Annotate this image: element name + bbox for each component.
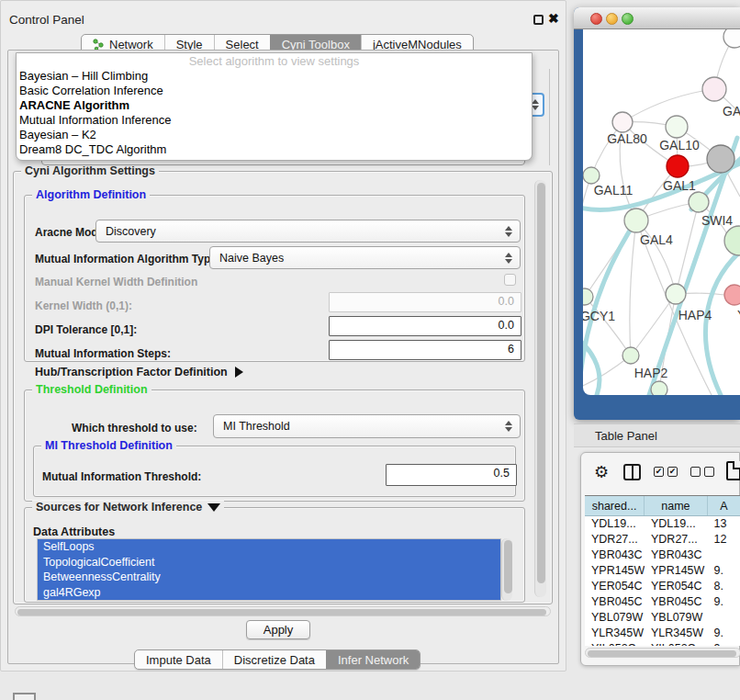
cell[interactable]: YBL079W xyxy=(585,610,645,626)
checkbox-checked-icon[interactable]: ✔ xyxy=(654,467,664,477)
cell[interactable]: YDR27... xyxy=(585,532,645,548)
algorithm-option[interactable]: Dream8 DC_TDC Algorithm xyxy=(17,142,532,157)
table-row[interactable]: YPR145WYPR145W9. xyxy=(585,563,740,579)
attributes-list-scrollbar[interactable] xyxy=(501,538,512,601)
node-gcy1[interactable] xyxy=(583,288,593,305)
hub-expander[interactable]: Hub/Transcription Factor Definition xyxy=(35,366,243,378)
page-icon[interactable] xyxy=(726,461,740,480)
cell[interactable] xyxy=(708,610,740,626)
cell[interactable]: 8. xyxy=(708,579,740,594)
node-gal10[interactable] xyxy=(666,116,688,138)
zoom-traffic-light-icon[interactable] xyxy=(622,13,633,25)
cell[interactable]: YDL19... xyxy=(585,516,645,532)
gear-icon[interactable]: ⚙ xyxy=(594,462,609,482)
cell[interactable]: YBR043C xyxy=(645,548,708,563)
cell[interactable] xyxy=(708,548,740,563)
network-window-titlebar[interactable] xyxy=(574,7,740,29)
sources-group-title[interactable]: Sources for Network Inference xyxy=(32,501,224,514)
aracne-mode-combo[interactable]: Discovery xyxy=(95,220,521,243)
cell[interactable]: YBR043C xyxy=(585,548,645,563)
float-window-icon[interactable] xyxy=(533,15,544,25)
columns-icon[interactable] xyxy=(623,464,641,480)
node-gal[interactable] xyxy=(702,77,726,101)
node[interactable] xyxy=(651,381,667,395)
table-row[interactable]: YLR345WYLR345W9. xyxy=(585,626,740,641)
mi-steps-field[interactable]: 6 xyxy=(329,340,521,360)
table-row[interactable]: YIL052CYIL052C9 xyxy=(585,641,740,646)
algorithm-option-selected[interactable]: ARACNE Algorithm xyxy=(17,98,532,113)
cell[interactable]: 9. xyxy=(708,594,740,610)
cell[interactable]: YPR145W xyxy=(585,563,645,579)
node-gal4[interactable] xyxy=(624,209,648,232)
minimize-traffic-light-icon[interactable] xyxy=(606,13,618,25)
cell[interactable]: YBR045C xyxy=(585,594,645,610)
algorithm-option[interactable]: Mutual Information Inference xyxy=(17,113,532,128)
node-gal1-red[interactable] xyxy=(667,155,689,177)
close-traffic-light-icon[interactable] xyxy=(590,13,602,25)
cell[interactable]: YBR045C xyxy=(645,594,708,610)
node-hap4[interactable] xyxy=(666,284,686,304)
cell[interactable]: 9 xyxy=(708,641,740,646)
algorithm-option[interactable]: Basic Correlation Inference xyxy=(17,84,532,98)
attribute-item[interactable]: TopologicalCoefficient xyxy=(38,555,500,570)
node-gal11[interactable] xyxy=(583,167,600,184)
cell[interactable]: 13 xyxy=(708,516,740,532)
node-gal80[interactable] xyxy=(612,112,633,132)
cell[interactable]: 9. xyxy=(708,626,740,641)
table-row[interactable]: YDL19...YDL19...13 xyxy=(585,516,740,532)
attribute-item[interactable]: SelfLoops xyxy=(38,539,500,555)
attribute-item[interactable]: gal4RGexp xyxy=(38,585,500,601)
table-row[interactable]: YBR043CYBR043C xyxy=(585,548,740,563)
mi-type-combo[interactable]: Naive Bayes xyxy=(209,246,521,269)
checkbox-unchecked-icon[interactable] xyxy=(704,467,714,477)
cell[interactable]: 9. xyxy=(708,563,740,579)
which-threshold-combo[interactable]: MI Threshold xyxy=(213,414,521,438)
apply-button[interactable]: Apply xyxy=(246,620,310,639)
collapsed-panel-button[interactable] xyxy=(13,693,36,700)
cell[interactable]: YIL052C xyxy=(645,641,708,646)
tab-infer-network[interactable]: Infer Network xyxy=(326,650,420,669)
manual-kernel-checkbox[interactable] xyxy=(504,274,516,286)
kernel-width-field[interactable]: 0.0 xyxy=(329,292,521,312)
checkbox-unchecked-icon[interactable] xyxy=(690,467,701,477)
column-header-name[interactable]: name xyxy=(645,496,708,515)
close-icon[interactable]: ✖ xyxy=(548,11,559,26)
settings-scrollbar-thumb[interactable] xyxy=(537,183,545,583)
cell[interactable]: YLR345W xyxy=(645,626,708,641)
column-header-shared-name[interactable]: shared... xyxy=(585,496,645,515)
cell[interactable]: YPR145W xyxy=(645,563,708,579)
cell[interactable]: YER054C xyxy=(645,579,708,594)
cell[interactable]: YLR345W xyxy=(585,626,645,641)
column-header-clipped[interactable]: A xyxy=(708,496,740,515)
tab-impute-data[interactable]: Impute Data xyxy=(135,650,222,669)
node[interactable] xyxy=(723,29,740,48)
algorithm-option[interactable]: Bayesian – Hill Climbing xyxy=(17,69,532,84)
cell[interactable]: YBL079W xyxy=(645,610,708,626)
node-hap2[interactable] xyxy=(622,347,639,364)
checkbox-checked-icon[interactable]: ✔ xyxy=(667,467,678,477)
table-row[interactable]: YBR045CYBR045C9. xyxy=(585,594,740,610)
table-hscrollbar-thumb[interactable] xyxy=(588,650,736,657)
table-hscrollbar[interactable] xyxy=(585,648,740,658)
node-gray[interactable] xyxy=(707,145,734,173)
settings-scrollbar[interactable] xyxy=(534,180,546,597)
mi-threshold-field[interactable]: 0.5 xyxy=(386,464,517,486)
table-row[interactable]: YDR27...YDR27...12 xyxy=(585,532,740,548)
tab-discretize-data[interactable]: Discretize Data xyxy=(222,650,326,669)
cell[interactable]: YIL052C xyxy=(585,641,645,646)
network-canvas[interactable]: GAL GAL80 GAL10 GAL1 GAL11 SWI4 GAL4 GCY… xyxy=(583,29,740,395)
attribute-item[interactable]: BetweennessCentrality xyxy=(38,570,500,585)
node[interactable] xyxy=(724,226,740,255)
table-row[interactable]: YER054CYER054C8. xyxy=(585,579,740,594)
node-swi4[interactable] xyxy=(689,192,709,212)
table-row[interactable]: YBL079WYBL079W xyxy=(585,610,740,626)
node-salmon[interactable] xyxy=(724,285,740,305)
cell[interactable]: YDR27... xyxy=(645,532,708,548)
cell[interactable]: YDL19... xyxy=(645,516,708,532)
settings-hscrollbar-thumb[interactable] xyxy=(17,609,546,615)
cell[interactable]: YER054C xyxy=(585,579,645,594)
settings-hscrollbar[interactable] xyxy=(15,606,551,616)
algorithm-option[interactable]: Bayesian – K2 xyxy=(17,128,532,142)
dpi-tolerance-field[interactable]: 0.0 xyxy=(329,316,521,336)
attributes-list-scrollbar-thumb[interactable] xyxy=(504,540,512,593)
